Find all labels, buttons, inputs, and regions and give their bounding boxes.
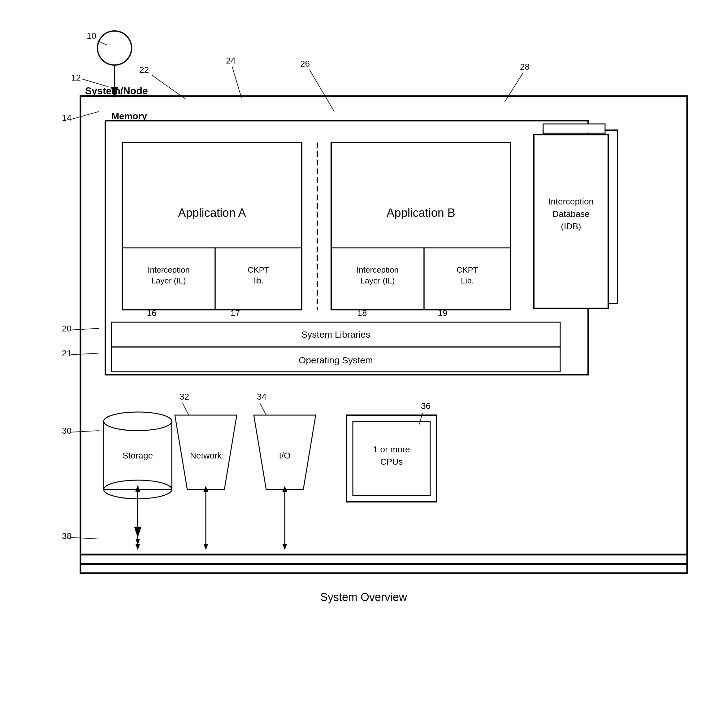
svg-text:24: 24 — [226, 56, 235, 65]
svg-text:19: 19 — [438, 308, 447, 318]
svg-text:26: 26 — [300, 59, 310, 69]
svg-text:36: 36 — [421, 401, 430, 411]
svg-text:22: 22 — [139, 65, 149, 75]
svg-text:Application B: Application B — [387, 206, 455, 219]
diagram-container: 10 12 22 24 26 28 14 System/Node System/… — [31, 18, 696, 700]
svg-rect-41 — [543, 130, 618, 304]
svg-text:Lib.: Lib. — [461, 276, 474, 285]
svg-line-17 — [71, 112, 99, 119]
svg-marker-84 — [136, 539, 140, 545]
svg-text:Network: Network — [190, 451, 222, 460]
svg-line-52 — [71, 328, 99, 330]
svg-text:12: 12 — [71, 73, 81, 83]
svg-text:Operating System: Operating System — [299, 355, 373, 365]
svg-marker-90 — [203, 544, 208, 550]
svg-text:30: 30 — [62, 426, 72, 436]
svg-text:Storage: Storage — [122, 451, 153, 460]
svg-line-64 — [183, 403, 189, 415]
svg-text:CKPT: CKPT — [248, 265, 269, 274]
svg-line-13 — [310, 70, 334, 112]
svg-text:Layer (IL): Layer (IL) — [151, 276, 186, 285]
svg-text:14: 14 — [62, 113, 72, 123]
svg-point-71 — [104, 480, 172, 499]
svg-marker-88 — [135, 486, 140, 492]
svg-text:21: 21 — [62, 349, 72, 358]
svg-text:Interception: Interception — [148, 265, 190, 274]
svg-marker-73 — [175, 415, 237, 489]
svg-point-70 — [104, 412, 172, 431]
svg-text:System/Node: System/Node — [85, 85, 148, 96]
svg-marker-87 — [135, 544, 140, 550]
svg-text:1 or more: 1 or more — [373, 445, 410, 454]
svg-rect-57 — [111, 347, 560, 372]
svg-line-5 — [98, 41, 107, 45]
svg-point-2 — [98, 31, 131, 65]
svg-rect-35 — [331, 248, 424, 310]
svg-text:Memory: Memory — [111, 111, 147, 121]
svg-text:18: 18 — [357, 308, 367, 318]
svg-text:10: 10 — [87, 31, 96, 41]
svg-text:CPUs: CPUs — [380, 457, 403, 466]
svg-text:Interception: Interception — [357, 265, 399, 274]
svg-rect-26 — [122, 248, 215, 310]
svg-line-7 — [82, 79, 108, 87]
svg-rect-69 — [104, 421, 172, 489]
svg-rect-24 — [122, 142, 302, 310]
svg-text:34: 34 — [257, 392, 267, 401]
svg-line-62 — [71, 537, 99, 539]
svg-line-15 — [505, 73, 523, 102]
svg-marker-94 — [282, 486, 287, 492]
svg-line-66 — [260, 403, 266, 415]
svg-rect-29 — [215, 248, 302, 310]
svg-text:Layer (IL): Layer (IL) — [360, 276, 395, 285]
svg-rect-38 — [424, 248, 511, 310]
svg-text:Interception: Interception — [548, 197, 593, 206]
svg-marker-91 — [203, 486, 208, 492]
svg-rect-77 — [347, 415, 436, 502]
svg-rect-18 — [81, 96, 687, 573]
svg-text:38: 38 — [62, 531, 72, 541]
svg-text:System Libraries: System Libraries — [301, 329, 370, 340]
svg-rect-55 — [111, 322, 560, 347]
svg-rect-33 — [331, 142, 511, 310]
svg-text:Database: Database — [552, 209, 590, 219]
svg-text:(IDB): (IDB) — [561, 222, 581, 231]
svg-text:I/O: I/O — [279, 451, 290, 460]
svg-text:CKPT: CKPT — [456, 265, 478, 274]
svg-text:17: 17 — [230, 308, 240, 318]
svg-rect-42 — [543, 124, 605, 133]
svg-text:20: 20 — [62, 324, 72, 333]
svg-text:System Overview: System Overview — [320, 591, 407, 604]
svg-line-9 — [152, 75, 186, 99]
svg-text:Memory: Memory — [111, 111, 147, 121]
svg-line-60 — [71, 431, 99, 432]
svg-text:28: 28 — [520, 62, 529, 72]
svg-text:Application A: Application A — [178, 206, 246, 219]
svg-text:System/Node: System/Node — [85, 85, 148, 96]
svg-line-54 — [71, 353, 99, 355]
svg-text:lib.: lib. — [253, 276, 263, 285]
svg-marker-75 — [254, 415, 316, 489]
svg-rect-43 — [534, 135, 608, 308]
svg-marker-85 — [136, 485, 140, 491]
svg-line-68 — [419, 413, 423, 424]
svg-marker-93 — [282, 544, 287, 550]
svg-text:32: 32 — [180, 392, 189, 401]
svg-rect-21 — [105, 121, 588, 375]
svg-rect-78 — [353, 421, 430, 496]
svg-line-11 — [232, 67, 241, 98]
svg-text:16: 16 — [147, 308, 156, 318]
